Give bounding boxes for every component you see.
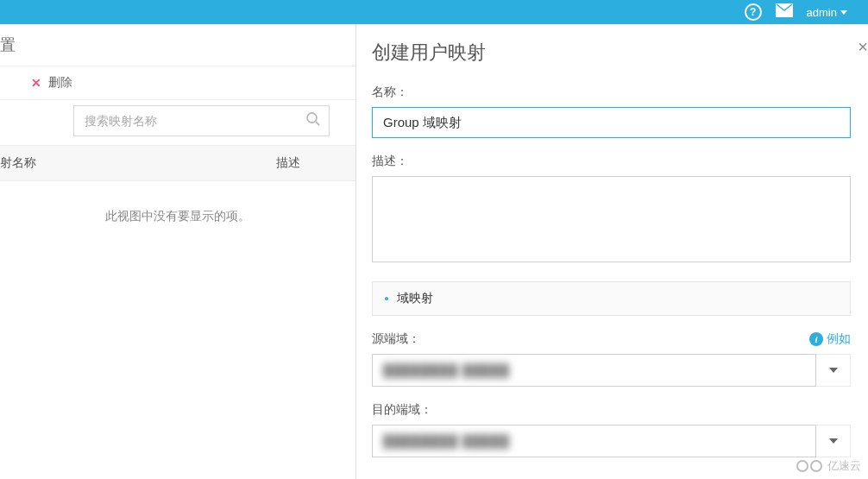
bullet-icon [385,297,388,300]
user-name-label: admin [807,6,837,19]
chevron-down-icon [829,368,838,373]
delete-x-icon: ✕ [31,76,41,90]
watermark-text: 亿速云 [827,458,861,474]
col-desc: 描述 [276,155,355,171]
panel-title: 创建用户映射 [372,40,851,66]
target-dropdown-button[interactable] [816,425,851,457]
name-input[interactable] [372,107,851,138]
mail-icon[interactable] [776,3,793,21]
left-pane: 置 ✕ 删除 射名称 描述 此视图中没有要显示的项。 [0,24,356,479]
table-header: 射名称 描述 [0,145,355,181]
watermark: 亿速云 [796,458,861,474]
info-icon: i [809,332,823,346]
help-icon[interactable]: ? [745,3,762,21]
source-value: ████████ █████ [383,363,510,377]
desc-textarea[interactable] [372,176,851,262]
svg-point-1 [307,113,317,123]
name-label: 名称： [372,85,851,100]
section-label: 域映射 [397,291,433,306]
toolbar-delete[interactable]: ✕ 删除 [0,66,355,100]
watermark-logo-icon [796,460,822,472]
top-bar: ? admin [0,0,868,24]
close-icon[interactable]: × [858,37,868,57]
section-domain-mapping[interactable]: 域映射 [372,281,851,316]
chevron-down-icon [829,438,838,444]
target-domain-select[interactable]: ████████ █████ [372,425,851,457]
source-domain-label: 源端域： [372,331,420,347]
empty-message: 此视图中没有要显示的项。 [0,181,355,224]
page-title-partial: 置 [0,24,355,66]
caret-down-icon [840,10,847,15]
search-input[interactable] [73,105,330,136]
search-icon[interactable] [305,111,321,130]
source-domain-select[interactable]: ████████ █████ [372,354,851,387]
svg-line-2 [316,122,319,125]
example-link[interactable]: i 例如 [809,331,851,347]
target-value: ████████ █████ [383,434,510,448]
col-name: 射名称 [0,155,276,171]
create-mapping-panel: × 创建用户映射 名称： 描述： 域映射 源端域： i 例如 ████████ … [356,24,868,479]
user-menu[interactable]: admin [807,6,847,19]
source-dropdown-button[interactable] [816,354,851,387]
delete-label: 删除 [48,75,72,91]
target-domain-label: 目的端域： [372,402,851,418]
example-text: 例如 [827,331,851,347]
desc-label: 描述： [372,154,851,169]
